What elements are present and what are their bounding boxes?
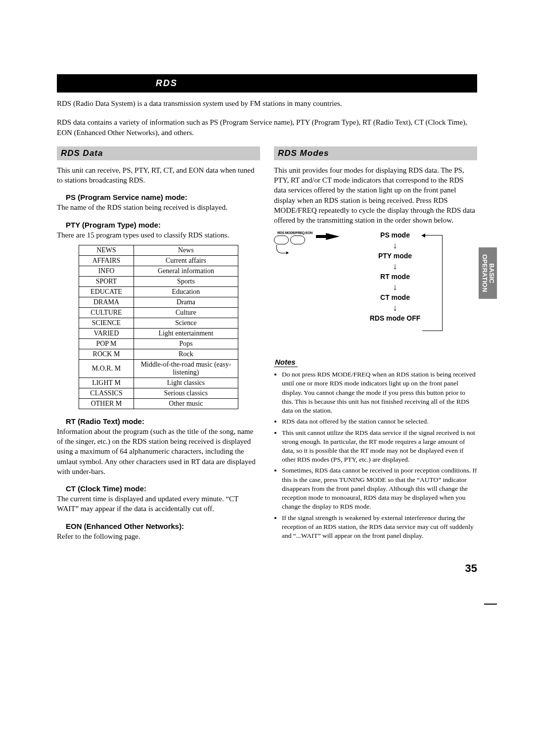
table-cell: Middle-of-the-road music (easy-listening… [134,359,238,378]
table-row: EDUCATEEducation [79,286,238,297]
table-cell: LIGHT M [79,378,134,388]
table-cell: Culture [134,307,238,318]
list-item: RDS data not offered by the station cann… [282,417,477,426]
pty-table: NEWSNewsAFFAIRSCurrent affairsINFOGenera… [79,245,238,409]
table-row: VARIEDLight entertainment [79,328,238,338]
ct-body: The current time is displayed and update… [57,494,260,514]
right-column: RDS Modes This unit provides four modes … [274,146,477,542]
table-row: NEWSNews [79,245,238,255]
intro-paragraph-1: RDS (Radio Data System) is a data transm… [57,98,477,108]
table-row: CLASSICSSerious classics [79,388,238,398]
table-cell: VARIED [79,328,134,338]
pty-heading: PTY (Program Type) mode: [57,221,260,229]
notes-label: Notes [274,358,298,367]
ps-heading: PS (Program Service name) mode: [57,193,260,201]
intro-paragraph-2: RDS data contains a variety of informati… [57,117,477,138]
diagram-mode-label: RDS mode OFF [360,314,430,322]
table-row: CULTURECulture [79,307,238,318]
table-row: SPORTSports [79,276,238,286]
table-cell: CLASSICS [79,388,134,398]
table-cell: Drama [134,297,238,307]
left-column: RDS Data This unit can receive, PS, PTY,… [57,146,260,542]
table-row: ROCK MRock [79,349,238,359]
loop-line-icon [422,235,443,331]
rt-body: Information about the program (such as t… [57,426,260,476]
left-section-header: RDS Data [57,146,260,160]
diagram-mode-label: RT mode [360,273,430,281]
table-row: LIGHT MLight classics [79,378,238,388]
eon-button-icon [290,236,305,244]
table-cell: NEWS [79,245,134,255]
right-intro: This unit provides four modes for displa… [274,165,477,226]
ct-heading: CT (Clock Time) mode: [57,484,260,493]
mode-cycle-diagram: RDS MODE/FREQ EON PS mode↓PTY mode↓RT mo… [274,231,477,350]
table-row: AFFAIRSCurrent affairs [79,255,238,266]
table-cell: AFFAIRS [79,255,134,266]
table-cell: SCIENCE [79,318,134,328]
right-section-header: RDS Modes [274,146,477,160]
diagram-mode-label: PTY mode [360,252,430,260]
arrow-down-icon: ↓ [360,262,430,271]
rds-mode-freq-button-icon [274,236,289,244]
arrow-right-icon [326,233,340,240]
table-cell: Current affairs [134,255,238,266]
table-cell: Light entertainment [134,328,238,338]
diagram-mode-label: PS mode [360,231,430,239]
table-cell: Science [134,318,238,328]
table-cell: News [134,245,238,255]
list-item: If the signal strength is weakened by ex… [282,514,477,541]
table-cell: Education [134,286,238,297]
arrow-down-icon: ↓ [360,241,430,250]
table-cell: ROCK M [79,349,134,359]
table-cell: Sports [134,276,238,286]
table-cell: OTHER M [79,398,134,409]
eon-heading: EON (Enhanced Other Networks): [57,522,260,530]
left-intro: This unit can receive, PS, PTY, RT, CT, … [57,165,260,186]
list-item: This unit cannot utilize the RDS data se… [282,428,477,465]
table-cell: Light classics [134,378,238,388]
table-cell: DRAMA [79,297,134,307]
table-cell: Pops [134,338,238,349]
pty-body: There are 15 program types used to class… [57,230,260,240]
table-cell: POP M [79,338,134,349]
notes-list: Do not press RDS MODE/FREQ when an RDS s… [274,370,477,540]
table-cell: Serious classics [134,388,238,398]
list-item: Do not press RDS MODE/FREQ when an RDS s… [282,370,477,415]
table-cell: M.O.R. M [79,359,134,378]
table-row: OTHER MOther music [79,398,238,409]
table-cell: INFO [79,266,134,276]
page-number: 35 [57,562,477,575]
diagram-button-label: RDS MODE/FREQ EON [277,231,312,235]
table-row: M.O.R. MMiddle-of-the-road music (easy-l… [79,359,238,378]
title-bar: RDS [57,74,477,93]
list-item: Sometimes, RDS data cannot be received i… [282,466,477,511]
table-cell: CULTURE [79,307,134,318]
table-cell: Other music [134,398,238,409]
ps-body: The name of the RDS station being receiv… [57,202,260,212]
arrow-down-icon: ↓ [360,283,430,291]
table-row: DRAMADrama [79,297,238,307]
table-cell: General information [134,266,238,276]
rt-heading: RT (Radio Text) mode: [57,417,260,425]
eon-body: Refer to the following page. [57,531,260,541]
table-row: POP MPops [79,338,238,349]
table-cell: SPORT [79,276,134,286]
diagram-mode-label: CT mode [360,293,430,301]
title-bar-text: RDS [156,78,178,89]
table-row: SCIENCEScience [79,318,238,328]
table-cell: EDUCATE [79,286,134,297]
arrow-down-icon: ↓ [360,303,430,312]
table-cell: Rock [134,349,238,359]
table-row: INFOGeneral information [79,266,238,276]
